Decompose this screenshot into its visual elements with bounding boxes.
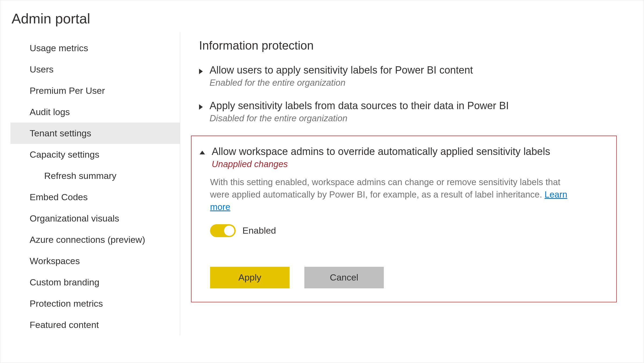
sidebar-item-custom-branding[interactable]: Custom branding: [11, 272, 180, 293]
sidebar-item-capacity-settings[interactable]: Capacity settings: [11, 144, 180, 165]
apply-button[interactable]: Apply: [210, 267, 290, 288]
sidebar-item-workspaces[interactable]: Workspaces: [11, 250, 180, 272]
page-title: Admin portal: [0, 0, 644, 32]
sidebar-subitem-refresh-summary[interactable]: Refresh summary: [11, 165, 180, 186]
setting-header[interactable]: Allow users to apply sensitivity labels …: [199, 64, 622, 88]
setting-title: Allow workspace admins to override autom…: [212, 146, 550, 157]
chevron-up-icon: [200, 151, 205, 154]
sidebar-item-usage-metrics[interactable]: Usage metrics: [11, 37, 180, 59]
setting-description-text: With this setting enabled, workspace adm…: [210, 177, 561, 199]
toggle-label: Enabled: [242, 225, 276, 236]
content-wrapper: Usage metrics Users Premium Per User Aud…: [0, 32, 644, 336]
setting-status-unapplied: Unapplied changes: [212, 159, 550, 169]
toggle-knob: [224, 226, 234, 236]
setting-text: Allow users to apply sensitivity labels …: [210, 64, 473, 88]
sidebar-item-audit-logs[interactable]: Audit logs: [11, 101, 180, 123]
setting-header[interactable]: Allow workspace admins to override autom…: [200, 146, 608, 169]
sidebar-item-tenant-settings[interactable]: Tenant settings: [11, 123, 180, 144]
chevron-right-icon: [199, 104, 203, 110]
toggle-row: Enabled: [210, 224, 608, 237]
setting-status: Enabled for the entire organization: [210, 78, 473, 88]
button-row: Apply Cancel: [210, 267, 608, 288]
setting-apply-labels-from-sources: Apply sensitivity labels from data sourc…: [199, 100, 622, 123]
sidebar-item-featured-content[interactable]: Featured content: [11, 314, 180, 336]
setting-title: Apply sensitivity labels from data sourc…: [210, 100, 509, 112]
sidebar-item-users[interactable]: Users: [11, 59, 180, 80]
main-content: Information protection Allow users to ap…: [180, 32, 644, 336]
enabled-toggle[interactable]: [210, 224, 236, 237]
sidebar: Usage metrics Users Premium Per User Aud…: [11, 32, 180, 336]
setting-status: Disabled for the entire organization: [210, 113, 509, 123]
setting-allow-override-labels-highlight: Allow workspace admins to override autom…: [191, 136, 617, 302]
cancel-button[interactable]: Cancel: [304, 267, 384, 288]
sidebar-item-organizational-visuals[interactable]: Organizational visuals: [11, 208, 180, 229]
admin-portal-frame: Admin portal Usage metrics Users Premium…: [0, 0, 644, 363]
setting-allow-users-apply-labels: Allow users to apply sensitivity labels …: [199, 64, 622, 88]
sidebar-item-embed-codes[interactable]: Embed Codes: [11, 186, 180, 208]
setting-description: With this setting enabled, workspace adm…: [210, 176, 568, 213]
setting-header[interactable]: Apply sensitivity labels from data sourc…: [199, 100, 622, 123]
sidebar-item-azure-connections[interactable]: Azure connections (preview): [11, 229, 180, 250]
setting-text: Apply sensitivity labels from data sourc…: [210, 100, 509, 123]
setting-text: Allow workspace admins to override autom…: [212, 146, 550, 169]
sidebar-item-premium-per-user[interactable]: Premium Per User: [11, 80, 180, 101]
setting-title: Allow users to apply sensitivity labels …: [210, 64, 473, 76]
section-title: Information protection: [199, 39, 622, 52]
chevron-right-icon: [199, 69, 203, 74]
sidebar-item-protection-metrics[interactable]: Protection metrics: [11, 293, 180, 314]
